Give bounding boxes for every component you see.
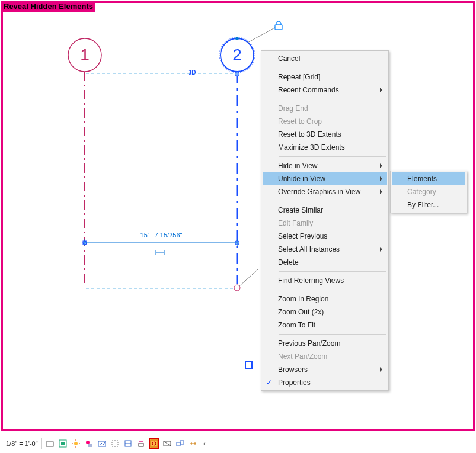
ctx-drag-end-label: Drag End <box>278 104 308 113</box>
ctx-select-previous[interactable]: Select Previous <box>263 230 387 243</box>
ctx-recent-label: Recent Commands <box>278 86 339 94</box>
ctx-browsers[interactable]: Browsers <box>263 363 387 376</box>
svg-rect-11 <box>46 442 53 446</box>
ctx-cancel-label: Cancel <box>278 54 300 63</box>
ctx-recent-commands[interactable]: Recent Commands <box>263 83 387 97</box>
grid-end-handle[interactable] <box>234 285 240 291</box>
ctx-next-panzoom: Next Pan/Zoom <box>263 350 387 363</box>
ctx-prev-panzoom[interactable]: Previous Pan/Zoom <box>263 337 387 350</box>
ctx-max-3d-label: Maximize 3D Extents <box>278 143 345 152</box>
reveal-constraints-icon[interactable] <box>188 438 199 449</box>
ctx-unhide-in-view[interactable]: Unhide in View <box>263 172 387 185</box>
render-icon[interactable] <box>97 438 107 449</box>
svg-rect-30 <box>177 442 180 446</box>
grid-label-2: 2 <box>232 46 242 64</box>
context-submenu-unhide[interactable]: Elements Category By Filter... <box>390 171 467 213</box>
displace-icon[interactable] <box>175 438 186 449</box>
ctx-sep <box>279 68 386 68</box>
view-control-bar: 1/8" = 1'-0" ‹ <box>0 435 476 451</box>
dimension-text[interactable]: 15' - 7 15/256" <box>140 232 183 239</box>
unlock-icon[interactable] <box>136 438 146 449</box>
ctx-select-previous-label: Select Previous <box>278 232 327 240</box>
ctx-repeat-label: Repeat [Grid] <box>278 73 320 81</box>
ctx-reset-3d[interactable]: Reset to 3D Extents <box>263 128 387 141</box>
dimension-segment-icon[interactable] <box>156 250 164 255</box>
ctx-reset-3d-label: Reset to 3D Extents <box>278 130 341 139</box>
ctx-sep <box>279 290 386 290</box>
svg-rect-31 <box>180 441 184 444</box>
ctx-sep <box>279 99 386 99</box>
ctx-cancel[interactable]: Cancel <box>263 52 387 65</box>
chevron-right-icon <box>380 189 382 194</box>
ctx-edit-family-label: Edit Family <box>278 219 313 227</box>
temporary-hide-icon[interactable] <box>162 438 172 449</box>
sun-path-icon[interactable] <box>71 438 81 449</box>
visual-style-icon[interactable] <box>57 438 68 449</box>
ctx-override-label: Override Graphics in View <box>278 188 360 196</box>
ctx-unhide-label: Unhide in View <box>278 175 325 183</box>
lock-connector <box>247 27 276 43</box>
drawing-canvas[interactable]: 1 2 3D 15' - 7 15/256" <box>3 12 473 429</box>
checkbox-toggle[interactable] <box>245 361 253 369</box>
ctx-override-graphics[interactable]: Override Graphics in View <box>263 185 387 198</box>
mode-title: Reveal Hidden Elements <box>1 1 95 12</box>
chevron-right-icon <box>380 163 382 168</box>
ctx-next-panzoom-label: Next Pan/Zoom <box>278 352 327 361</box>
ctx-find-referring-label: Find Referring Views <box>278 277 344 285</box>
ctx-zoom-fit[interactable]: Zoom To Fit <box>263 319 387 332</box>
ctx-sub-elements[interactable]: Elements <box>392 172 465 185</box>
ctx-zoom-out-label: Zoom Out (2x) <box>278 308 324 316</box>
dimension[interactable]: 15' - 7 15/256" <box>85 231 237 255</box>
ctx-zoom-region[interactable]: Zoom In Region <box>263 293 387 306</box>
end-leader <box>239 269 258 286</box>
ctx-sub-category: Category <box>392 185 465 198</box>
ctx-create-similar-label: Create Similar <box>278 206 323 214</box>
ctx-properties[interactable]: ✓Properties <box>263 376 387 389</box>
ctx-zoom-out[interactable]: Zoom Out (2x) <box>263 306 387 319</box>
ctx-browsers-label: Browsers <box>278 365 308 374</box>
ctx-sep <box>279 156 386 157</box>
lock-icon[interactable] <box>275 21 282 30</box>
svg-rect-25 <box>139 444 143 446</box>
d3-badge[interactable]: 3D <box>189 69 196 76</box>
ctx-drag-end: Drag End <box>263 102 387 115</box>
svg-rect-26 <box>151 440 158 447</box>
ctx-sub-byfilter[interactable]: By Filter... <box>392 198 465 211</box>
ctx-hide-in-view[interactable]: Hide in View <box>263 159 387 172</box>
ctx-reset-crop: Reset to Crop <box>263 115 387 128</box>
ctx-select-all-label: Select All Instances <box>278 245 340 253</box>
ctx-select-all-instances[interactable]: Select All Instances <box>263 243 387 256</box>
view-scale[interactable]: 1/8" = 1'-0" <box>4 438 42 449</box>
ctx-edit-family: Edit Family <box>263 217 387 230</box>
ctx-sub-byfilter-label: By Filter... <box>407 201 439 209</box>
svg-line-29 <box>164 441 171 446</box>
shadows-icon[interactable] <box>84 438 94 449</box>
ctx-hide-label: Hide in View <box>278 162 317 170</box>
ctx-zoom-fit-label: Zoom To Fit <box>278 321 315 329</box>
ctx-sep <box>279 334 386 335</box>
chevron-right-icon <box>380 367 382 372</box>
ctx-max-3d[interactable]: Maximize 3D Extents <box>263 141 387 154</box>
ctx-sub-category-label: Category <box>407 188 436 196</box>
reveal-hidden-icon[interactable] <box>149 438 159 449</box>
chevron-left-icon[interactable]: ‹ <box>203 439 206 448</box>
ctx-repeat[interactable]: Repeat [Grid] <box>263 70 387 83</box>
chevron-right-icon <box>380 247 382 252</box>
detail-level-icon[interactable] <box>44 438 55 449</box>
checkmark-icon: ✓ <box>266 378 272 387</box>
ctx-find-referring[interactable]: Find Referring Views <box>263 274 387 287</box>
crop-view-icon[interactable] <box>110 438 120 449</box>
ctx-delete[interactable]: Delete <box>263 256 387 269</box>
crop-visible-icon[interactable] <box>123 438 133 449</box>
svg-point-19 <box>86 441 90 444</box>
ctx-sep <box>279 271 386 272</box>
svg-rect-2 <box>275 25 282 30</box>
chevron-right-icon <box>380 88 382 92</box>
svg-rect-22 <box>112 441 118 446</box>
ctx-create-similar[interactable]: Create Similar <box>263 204 387 217</box>
context-menu[interactable]: Cancel Repeat [Grid] Recent Commands Dra… <box>261 50 389 391</box>
extent-handle-top[interactable] <box>235 72 239 76</box>
ctx-prev-panzoom-label: Previous Pan/Zoom <box>278 339 340 348</box>
svg-point-14 <box>74 442 78 445</box>
chevron-right-icon <box>380 176 382 181</box>
